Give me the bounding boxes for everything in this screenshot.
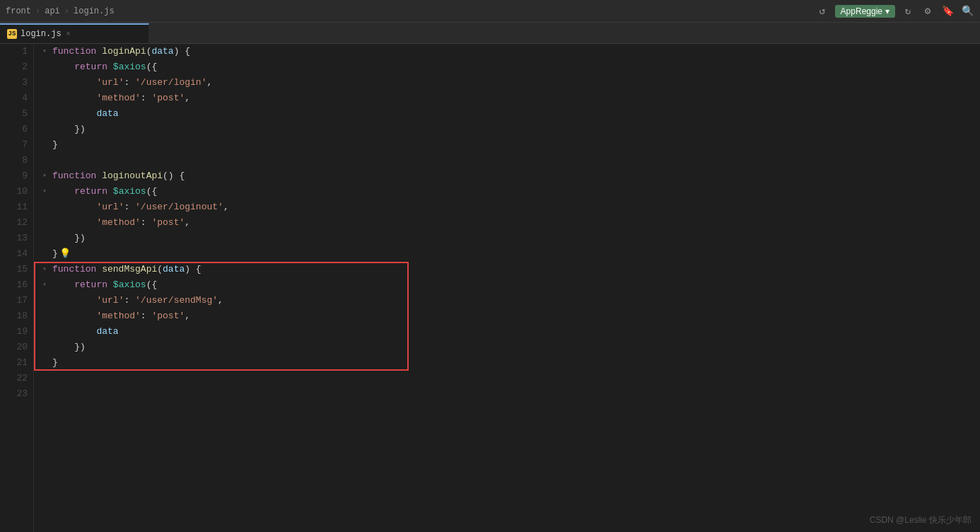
token-punct: : <box>124 293 135 308</box>
fold-spacer <box>42 324 52 340</box>
line-number: 9 <box>0 168 33 184</box>
bookmark-icon[interactable]: 🔖 <box>940 4 955 18</box>
line-number: 10 <box>0 184 33 200</box>
line-number: 12 <box>0 215 33 231</box>
breadcrumb-sep-2: › <box>64 6 69 16</box>
indent-space <box>52 59 74 75</box>
token-punct: : <box>124 200 135 215</box>
lightbulb-icon[interactable]: 💡 <box>59 246 71 262</box>
fold-spacer <box>42 153 52 168</box>
fold-closed-icon[interactable]: ▾ <box>42 262 52 277</box>
fold-spacer <box>42 355 52 371</box>
toolbar-right: ↺ AppReggie ▾ ↻ ⚙ 🔖 🔍 <box>815 4 974 18</box>
line-number: 23 <box>0 386 33 402</box>
token-str: 'method' <box>96 215 140 231</box>
indent-space <box>52 122 74 137</box>
breadcrumb-loginjs[interactable]: login.js <box>74 6 115 16</box>
line-number: 16 <box>0 277 33 293</box>
code-line: ▾function loginApi(data) { <box>42 44 972 59</box>
fold-spacer <box>42 371 52 386</box>
token-str: '/user/login' <box>135 75 206 91</box>
fold-closed-icon[interactable]: ▾ <box>42 277 52 293</box>
code-line: }💡 <box>42 246 972 262</box>
fold-spacer <box>42 59 52 75</box>
fold-spacer <box>42 137 52 153</box>
breadcrumb-api[interactable]: api <box>45 6 60 16</box>
code-content: ▾function loginApi(data) { return $axios… <box>34 44 972 532</box>
search-zoom-icon[interactable]: 🔍 <box>960 4 974 18</box>
token-punct: ({ <box>146 184 158 200</box>
token-punct: () { <box>163 168 185 184</box>
editor-area: 1234567891011121314151617181920212223 ▾f… <box>0 44 980 532</box>
indent-space <box>52 293 96 308</box>
indent-space <box>52 91 96 106</box>
fold-closed-icon[interactable]: ▾ <box>42 168 52 184</box>
token-str: 'url' <box>96 75 124 91</box>
breadcrumb-sep-1: › <box>35 6 40 16</box>
token-punct: , <box>206 75 212 91</box>
token-str: 'url' <box>96 293 124 308</box>
tab-close-icon[interactable]: × <box>66 30 71 38</box>
line-number: 21 <box>0 355 33 371</box>
token-punct: }) <box>74 122 86 137</box>
settings-icon[interactable]: ⚙ <box>921 4 935 18</box>
line-number: 22 <box>0 371 33 386</box>
fold-closed-icon[interactable]: ▾ <box>42 44 52 59</box>
token-axios: $axios <box>113 184 146 200</box>
tab-icon: JS <box>7 29 17 39</box>
code-line: 'method': 'post', <box>42 308 972 324</box>
line-number: 7 <box>0 137 33 153</box>
app-reggie-label: AppReggie <box>841 6 882 16</box>
token-str: 'url' <box>96 200 124 215</box>
token-kw: return <box>74 59 113 75</box>
line-number: 2 <box>0 59 33 75</box>
fold-spacer <box>42 122 52 137</box>
token-punct: }) <box>74 231 86 246</box>
line-number: 17 <box>0 293 33 308</box>
tab-loginjs[interactable]: JSlogin.js× <box>0 23 149 43</box>
token-kw: return <box>74 184 113 200</box>
watermark: CSDN @Leslie 快乐少年郎 <box>870 514 972 526</box>
breadcrumb-front[interactable]: front <box>6 6 31 16</box>
fold-closed-icon[interactable]: ▾ <box>42 184 52 200</box>
token-str: 'method' <box>96 308 140 324</box>
line-number: 1 <box>0 44 33 59</box>
code-line: 'url': '/user/login', <box>42 75 972 91</box>
tab-label: login.js <box>21 29 62 39</box>
code-line: }) <box>42 340 972 355</box>
fold-spacer <box>42 340 52 355</box>
indent-space <box>52 308 96 324</box>
line-number: 19 <box>0 324 33 340</box>
code-line: return $axios({ <box>42 59 972 75</box>
line-number: 5 <box>0 106 33 122</box>
line-number: 6 <box>0 122 33 137</box>
code-line: ▾function sendMsgApi(data) { <box>42 262 972 277</box>
refresh-icon[interactable]: ↻ <box>901 4 915 18</box>
code-line: ▾ return $axios({ <box>42 184 972 200</box>
code-line: ▾function loginoutApi() { <box>42 168 972 184</box>
fold-spacer <box>42 106 52 122</box>
code-line: 'url': '/user/loginout', <box>42 200 972 215</box>
code-line: 'method': 'post', <box>42 215 972 231</box>
token-punct: ({ <box>146 59 158 75</box>
indent-space <box>52 324 96 340</box>
code-line: ▾ return $axios({ <box>42 277 972 293</box>
token-punct: } <box>52 246 58 262</box>
token-punct: }) <box>74 340 86 355</box>
token-punct: , <box>185 91 190 106</box>
token-axios: $axios <box>113 277 146 293</box>
fold-spacer <box>42 246 52 262</box>
token-kw: function <box>52 168 102 184</box>
line-number: 15 <box>0 262 33 277</box>
token-punct: ( <box>146 44 152 59</box>
line-number: 20 <box>0 340 33 355</box>
code-line: data <box>42 324 972 340</box>
app-reggie-button[interactable]: AppReggie ▾ <box>835 5 895 18</box>
code-line <box>42 386 972 402</box>
tabs-bar: JLoginCheckFilter.java×Hlogin.html×JUser… <box>0 23 980 44</box>
scrollbar-track[interactable] <box>972 44 980 532</box>
token-param: data <box>151 44 173 59</box>
token-punct: : <box>124 75 135 91</box>
undo-icon[interactable]: ↺ <box>815 4 829 18</box>
code-line: } <box>42 355 972 371</box>
